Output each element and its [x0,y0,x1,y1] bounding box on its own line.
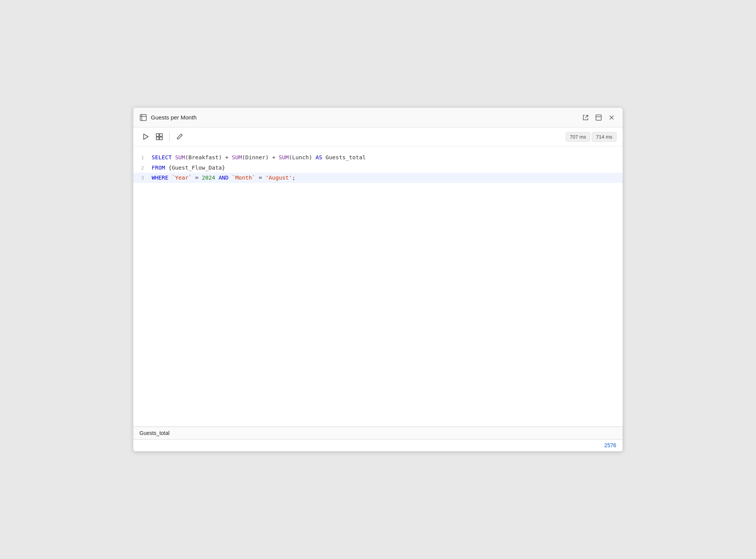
code-line-1: 1 SELECT SUM(Breakfast) + SUM(Dinner) + … [133,152,623,163]
table-header-row: Guests_total [133,427,623,440]
code-line-3: 3 WHERE `Year` = 2024 AND `Month` = 'Aug… [133,173,623,183]
grid-button[interactable] [153,131,165,143]
table-row: 2576 [133,440,623,451]
line-content-2: FROM {Guest_Flow_Data} [152,163,623,173]
svg-line-3 [585,115,588,118]
code-editor[interactable]: 1 SELECT SUM(Breakfast) + SUM(Dinner) + … [133,146,623,427]
run-button[interactable] [139,131,152,143]
timing-badge-1: 707 ms [566,132,591,142]
toolbar-left [139,131,186,143]
query-icon [139,114,147,121]
toolbar-right: 707 ms 714 ms [566,132,617,142]
line-number-3: 3 [133,174,152,182]
title-bar-left: Guests per Month [139,114,196,121]
edit-button[interactable] [173,131,186,143]
close-button[interactable] [607,113,617,123]
svg-rect-0 [140,114,146,121]
timing-badge-2: 714 ms [592,132,617,142]
svg-rect-11 [156,137,159,140]
title-bar: Guests per Month [133,108,623,127]
column-header-guests-total: Guests_total [133,427,623,440]
main-window: Guests per Month [133,107,623,452]
line-content-1: SELECT SUM(Breakfast) + SUM(Dinner) + SU… [152,153,623,162]
toolbar: 707 ms 714 ms [133,127,623,146]
svg-rect-4 [596,115,601,120]
toolbar-divider [169,132,170,141]
cell-guests-total: 2576 [133,440,623,451]
results-table: Guests_total 2576 [133,427,623,451]
code-line-2: 2 FROM {Guest_Flow_Data} [133,163,623,173]
window-title: Guests per Month [151,114,196,121]
line-number-1: 1 [133,154,152,162]
line-number-2: 2 [133,164,152,172]
svg-rect-9 [156,134,159,136]
popout-button[interactable] [581,113,591,123]
svg-rect-10 [160,134,162,136]
svg-marker-8 [144,134,148,139]
maximize-button[interactable] [594,113,604,123]
title-bar-controls [581,113,617,123]
line-content-3: WHERE `Year` = 2024 AND `Month` = 'Augus… [152,173,623,183]
svg-rect-12 [160,137,162,140]
results-panel: Guests_total 2576 [133,427,623,451]
